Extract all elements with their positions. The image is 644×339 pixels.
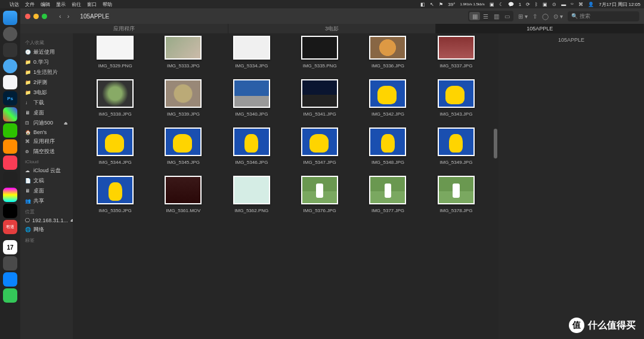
view-column-button[interactable]: ▥ [491,12,501,20]
file-thumbnail[interactable] [301,176,338,204]
status-wechat-icon[interactable]: 💬 [508,2,514,7]
file-item[interactable]: IMG_5376.JPG [289,176,350,213]
dock-video-editor[interactable] [3,172,17,186]
sidebar-item[interactable]: 📁3电影 [23,88,70,98]
eject-icon[interactable]: ⏏ [64,121,68,126]
status-sync-icon[interactable]: ⟳ [526,2,530,7]
file-thumbnail[interactable] [165,176,202,204]
scrollbar-track[interactable] [494,33,497,339]
status-wifi-icon[interactable]: ⌔ [571,2,574,7]
sidebar-item[interactable]: 📁0.学习 [23,57,70,67]
file-item[interactable]: IMG_5347.JPG [289,127,350,165]
actions-button[interactable]: ⊙ ▾ [553,13,563,20]
file-thumbnail[interactable] [97,79,134,108]
dock-photoshop[interactable]: Ps [3,91,17,105]
view-list-button[interactable]: ☰ [480,12,491,20]
status-badge-count[interactable]: 1 [519,2,521,7]
status-control-center-icon[interactable]: ⌘ [578,2,583,7]
sidebar-item[interactable]: 📄文稿 [23,176,70,186]
sidebar-item[interactable]: 🖵192.168.31.1...⏏ [23,216,70,225]
dock-app-terminal[interactable] [3,43,17,57]
file-thumbnail[interactable] [233,36,270,60]
menu-file[interactable]: 文件 [25,1,35,8]
file-thumbnail[interactable] [369,176,406,204]
search-input[interactable]: 🔍 搜索 [568,11,639,21]
dock-app-colorful[interactable] [3,107,17,122]
sidebar-item[interactable]: 🌐网络 [23,225,70,235]
file-thumbnail[interactable] [165,79,202,108]
sidebar-item[interactable]: ☁iCloud 云盘 [23,166,70,176]
file-item[interactable]: IMG_5339.JPG [153,79,213,117]
file-item[interactable]: IMG_5338.JPG [85,79,145,117]
view-gallery-button[interactable]: ▭ [501,12,512,20]
file-item[interactable]: IMG_5333.JPG [153,33,213,69]
minimize-button[interactable] [33,14,39,19]
file-item[interactable]: IMG_5337.JPG [426,33,487,69]
maximize-button[interactable] [42,14,47,19]
file-thumbnail[interactable] [233,176,270,204]
file-item[interactable]: IMG_5378.JPG [426,176,487,213]
file-thumbnail[interactable] [301,36,338,60]
dock-settings[interactable] [3,27,17,41]
status-datetime[interactable]: 7月17日 周曰 12:05 [599,1,640,8]
dock-app-orange[interactable] [3,139,17,154]
view-icon-button[interactable]: ▦ [469,12,480,20]
file-thumbnail[interactable] [301,127,338,156]
share-button[interactable]: ⇧ [532,13,537,20]
status-network-speed[interactable]: 1.9Kb/s 1.5kb/s [460,2,484,7]
file-item[interactable]: IMG_5362.PNG [221,176,282,213]
dock-finder[interactable] [3,11,17,25]
file-item[interactable]: IMG_5350.JPG [85,176,145,213]
file-thumbnail[interactable] [165,36,202,60]
file-item[interactable]: IMG_5349.JPG [426,127,487,165]
group-button[interactable]: ⊞ ▾ [518,13,528,20]
dock-youdao[interactable]: 有道 [3,220,17,234]
sidebar-item[interactable]: ⊡闪迪500⏏ [23,118,70,128]
app-menu[interactable]: 访达 [10,1,19,8]
sidebar-item[interactable]: 🏠Ben's [23,128,70,136]
dock-safari[interactable] [3,75,17,89]
menu-help[interactable]: 帮助 [103,1,112,8]
sidebar-item[interactable]: 🖥桌面 [23,186,70,196]
file-thumbnail[interactable] [233,127,270,156]
dock-calendar[interactable]: 17 [3,240,17,254]
file-item[interactable]: IMG_5335.PNG [289,33,350,69]
nav-forward-button[interactable]: › [67,13,70,20]
file-thumbnail[interactable] [233,79,270,108]
status-indicator-icon[interactable]: ◧ [420,2,425,7]
status-bluetooth-icon[interactable]: ᛒ [535,2,538,7]
sidebar-item[interactable]: 🖥桌面 [23,108,70,118]
menu-go[interactable]: 前往 [72,1,81,8]
menu-edit[interactable]: 编辑 [41,1,50,8]
dock-music[interactable] [3,155,17,170]
file-thumbnail[interactable] [97,176,134,204]
status-flag-icon[interactable]: ⚑ [439,2,443,7]
sidebar-item[interactable]: ↓下载 [23,98,70,108]
tab-2[interactable]: 105APPLE [436,24,644,33]
status-box-icon[interactable]: ▣ [490,2,494,7]
file-thumbnail[interactable] [369,127,406,156]
dock-app-green[interactable] [3,288,17,303]
sidebar-item[interactable]: 👥共享 [23,196,70,206]
file-item[interactable]: IMG_5342.JPG [357,79,418,117]
sidebar-item[interactable]: 📁1生活照片 [23,67,70,77]
tab-0[interactable]: 应用程序 [20,24,228,33]
file-thumbnail[interactable] [369,36,406,60]
file-item[interactable]: IMG_5377.JPG [357,176,418,213]
nav-back-button[interactable]: ‹ [59,13,61,20]
tags-button[interactable]: ◯ [542,13,549,20]
sidebar-item[interactable]: 🕘最近使用 [23,47,70,57]
file-item[interactable]: IMG_5344.JPG [85,127,145,165]
status-moon-icon[interactable]: ☾ [499,2,503,7]
file-item[interactable]: IMG_5346.JPG [221,127,282,165]
status-clock-icon[interactable]: ⊙ [552,2,556,7]
file-item[interactable]: IMG_5345.JPG [153,127,213,165]
file-thumbnail[interactable] [301,79,338,108]
file-thumbnail[interactable] [438,36,475,60]
dock-wechat[interactable] [3,123,17,138]
status-arrow-icon[interactable]: ↖ [430,2,434,7]
status-temperature[interactable]: 39° [448,2,455,7]
sidebar-item[interactable]: ⊚隔空投送 [23,147,70,157]
scrollbar-thumb[interactable] [494,129,497,158]
file-item[interactable]: IMG_5343.JPG [426,79,487,117]
